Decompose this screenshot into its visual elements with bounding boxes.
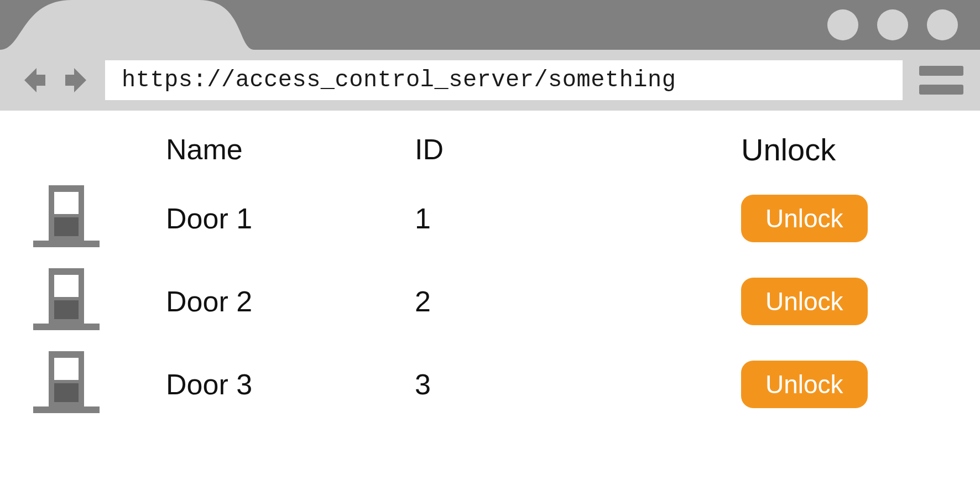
svg-rect-6 [54, 275, 79, 297]
unlock-button[interactable]: Unlock [741, 195, 868, 242]
svg-rect-10 [54, 358, 79, 380]
door-icon [28, 268, 105, 335]
unlock-button[interactable]: Unlock [741, 278, 868, 325]
door-icon [28, 351, 105, 418]
svg-rect-7 [54, 300, 79, 319]
column-header-unlock: Unlock [636, 132, 836, 168]
door-id: 2 [415, 285, 636, 318]
url-input[interactable]: https://access_control_server/something [105, 60, 903, 100]
hamburger-icon [919, 66, 963, 76]
door-name: Door 2 [166, 285, 415, 318]
arrow-left-icon [18, 65, 49, 96]
back-button[interactable] [17, 64, 50, 97]
door-name: Door 3 [166, 368, 415, 401]
window-control-dot[interactable] [877, 9, 908, 40]
column-header-id: ID [415, 133, 636, 166]
window-control-dot[interactable] [827, 9, 858, 40]
table-row: Door 2 2 Unlock [22, 260, 947, 343]
table-row: Door 3 3 Unlock [22, 343, 947, 426]
browser-tab-strip [0, 0, 980, 50]
door-name: Door 1 [166, 202, 415, 235]
door-id: 1 [415, 202, 636, 235]
forward-button[interactable] [61, 64, 94, 97]
table-header-row: Name ID Unlock [22, 122, 947, 177]
hamburger-icon [919, 85, 963, 95]
svg-rect-11 [54, 383, 79, 402]
address-bar-row: https://access_control_server/something [0, 50, 980, 111]
unlock-button[interactable]: Unlock [741, 361, 868, 408]
window-controls [827, 9, 958, 40]
door-icon [28, 185, 105, 252]
svg-rect-3 [54, 217, 79, 236]
door-id: 3 [415, 368, 636, 401]
active-tab-shape [0, 0, 254, 50]
svg-rect-2 [54, 192, 79, 214]
table-row: Door 1 1 Unlock [22, 177, 947, 260]
window-control-dot[interactable] [927, 9, 958, 40]
page-content: Name ID Unlock Door 1 1 Unlock [0, 111, 980, 426]
arrow-right-icon [62, 65, 93, 96]
menu-button[interactable] [919, 64, 963, 97]
column-header-name: Name [166, 133, 415, 166]
